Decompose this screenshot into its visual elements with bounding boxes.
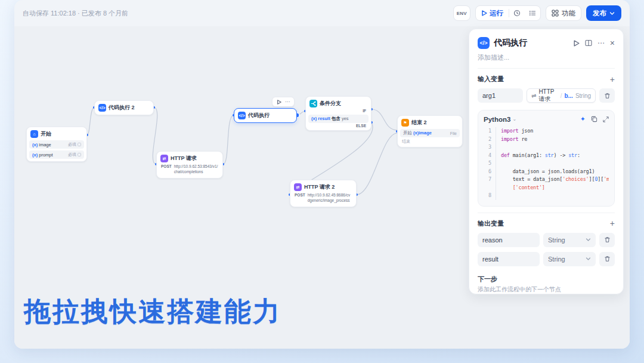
node-condition[interactable]: 条件分支 IF (x) result 包含 yes ELSE: [305, 96, 371, 131]
expand-button[interactable]: [603, 116, 609, 122]
publish-button[interactable]: 发布: [586, 5, 621, 21]
checklist-icon: [529, 10, 536, 17]
topbar-actions: ENV 运行 功能: [453, 5, 621, 21]
close-button[interactable]: ×: [610, 38, 615, 48]
split-view-button[interactable]: [585, 39, 592, 47]
language-selector[interactable]: Python3: [484, 116, 510, 123]
caret-icon: ⌄: [512, 116, 516, 122]
node-http-request[interactable]: ⇄ HTTP 请求 POST http://10.9.62.53:8543/v1…: [156, 151, 223, 179]
code-editor[interactable]: Python3⌄ ✦ 1import json2import re3 4def …: [478, 110, 615, 207]
run-button-group: 运行: [475, 5, 541, 21]
node-title: 代码执行 2: [109, 104, 135, 112]
ai-generate-icon[interactable]: ✦: [580, 115, 586, 123]
play-icon: [481, 10, 487, 16]
chevron-down-icon: [609, 11, 615, 16]
code-icon: </>: [478, 37, 490, 49]
node-config-panel: </> 代码执行 ⋯ × 添加描述... 输入变量 +: [469, 29, 624, 294]
features-button[interactable]: 功能: [546, 5, 581, 21]
output-vars-title: 输出变量: [478, 219, 504, 228]
http-method: POST: [295, 193, 305, 204]
output-var-row: reason String: [478, 233, 615, 247]
node-title: 开始: [41, 130, 51, 138]
delete-var-button[interactable]: [599, 88, 615, 103]
app-window: 自动保存 11:02:18 · 已发布 8 个月前 ENV 运行: [14, 0, 630, 349]
node-title: 代码执行: [248, 112, 270, 119]
code-icon: </>: [238, 112, 246, 119]
var-source-selector[interactable]: ⇌ HTTP 请求 / b... String: [527, 88, 596, 103]
input-var-row: arg1 ⇌ HTTP 请求 / b... String: [478, 88, 615, 103]
run-label: 运行: [490, 9, 503, 18]
var-name-input[interactable]: reason: [478, 233, 540, 247]
http-method: POST: [161, 164, 172, 175]
var-type: File: [450, 131, 457, 136]
run-button[interactable]: 运行: [476, 6, 509, 20]
http-icon: ⇄: [160, 155, 168, 162]
http-url: http://10.9.62.45:8686/cvdgeneric/image_…: [308, 193, 352, 204]
var-type-select[interactable]: String: [543, 252, 596, 266]
branch-icon: [309, 100, 317, 107]
var-name-input[interactable]: arg1: [478, 88, 523, 103]
required-icon: [78, 153, 81, 156]
copy-icon: [591, 116, 597, 122]
description-placeholder[interactable]: 添加描述...: [478, 53, 615, 62]
start-var-row: (x) image 必填: [29, 140, 84, 149]
expand-icon: [603, 116, 609, 122]
autosave-status: 自动保存 11:02:18 · 已发布 8 个月前: [23, 9, 128, 18]
http-icon: ⇄: [294, 183, 302, 191]
divider: [478, 213, 615, 213]
run-node-button[interactable]: [573, 40, 580, 47]
var-type-select[interactable]: String: [543, 233, 596, 247]
input-vars-title: 输入变量: [478, 75, 504, 84]
play-icon[interactable]: [277, 100, 281, 104]
node-code-selected[interactable]: </> 代码执行: [234, 108, 297, 123]
end-output-row: 开始 (x)image File: [400, 129, 460, 137]
env-button[interactable]: ENV: [453, 5, 470, 21]
hero-caption: 拖拉拽快速搭建能力: [24, 294, 281, 330]
var-name-input[interactable]: result: [478, 252, 540, 266]
checklist-button[interactable]: [525, 6, 540, 20]
output-var-row: result String: [478, 252, 615, 266]
page-background: 自动保存 11:02:18 · 已发布 8 个月前 ENV 运行: [0, 0, 644, 363]
trash-icon: [604, 236, 611, 243]
next-step-title: 下一步: [478, 275, 615, 284]
history-button[interactable]: [509, 6, 525, 20]
delete-var-button[interactable]: [599, 252, 615, 266]
node-http-request-2[interactable]: ⇄ HTTP 请求 2 POST http://10.9.62.45:8686/…: [290, 180, 357, 207]
delete-var-button[interactable]: [599, 233, 615, 247]
publish-label: 发布: [593, 9, 606, 18]
start-var-row: (x) prompt 必填: [29, 150, 84, 159]
node-hover-toolbar: ⋯: [272, 97, 295, 107]
condition-row: (x) result 包含 yes: [308, 115, 369, 123]
node-title: 结束 2: [411, 119, 427, 127]
if-label: IF: [308, 108, 369, 113]
env-icon: ENV: [457, 11, 467, 16]
node-start[interactable]: ⌂ 开始 (x) image 必填 (x) prompt 必填: [26, 127, 87, 162]
add-input-var-button[interactable]: +: [610, 75, 615, 84]
code-lines[interactable]: 1import json2import re3 4def main(arg1: …: [484, 127, 609, 200]
features-icon: [552, 10, 559, 17]
node-title: HTTP 请求 2: [304, 183, 335, 191]
chevron-down-icon: [586, 237, 591, 242]
start-icon: ⌂: [30, 130, 38, 138]
node-code-2[interactable]: </> 代码执行 2: [94, 100, 154, 115]
node-end-2[interactable]: ⚑ 结束 2 开始 (x)image File 结束: [397, 115, 463, 147]
more-icon[interactable]: ⋯: [285, 99, 290, 104]
copy-button[interactable]: [591, 116, 597, 122]
required-icon: [78, 143, 81, 146]
panel-title: 代码执行: [494, 38, 569, 48]
end-icon: ⚑: [401, 119, 409, 127]
add-output-var-button[interactable]: +: [610, 219, 615, 227]
code-icon: </>: [98, 104, 106, 112]
divider: [478, 68, 615, 69]
topbar: 自动保存 11:02:18 · 已发布 8 个月前 ENV 运行: [14, 0, 630, 26]
chevron-down-icon: [586, 256, 591, 262]
node-title: HTTP 请求: [171, 155, 197, 162]
var-ref-icon: ⇌: [531, 93, 536, 99]
trash-icon: [604, 256, 611, 262]
clock-icon: [513, 10, 521, 17]
features-label: 功能: [562, 9, 575, 18]
http-url: http://10.9.62.53:8543/v1/chat/completio…: [174, 164, 218, 175]
next-step-subtitle: 添加此工作流程中的下一个节点: [478, 285, 615, 294]
more-button[interactable]: ⋯: [597, 39, 605, 47]
trash-icon: [604, 93, 611, 99]
